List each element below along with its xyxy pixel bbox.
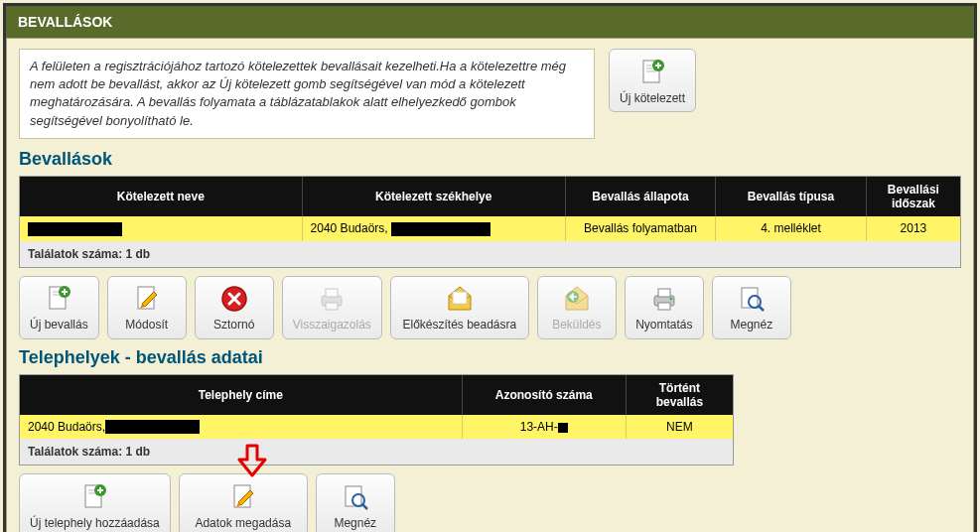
mail-open-icon: [444, 283, 476, 315]
cell-type: 4. melléklet: [716, 216, 867, 241]
cell-id: 13-AH-: [462, 415, 626, 440]
magnifier-icon: [340, 481, 371, 513]
svg-rect-18: [658, 303, 670, 310]
printer-icon: [316, 283, 348, 315]
red-arrow-annotation: [232, 442, 272, 481]
magnifier-icon: [736, 283, 768, 315]
col-period: Bevallási időszak: [866, 177, 960, 216]
intro-text: A felületen a regisztrációjához tartozó …: [19, 49, 595, 139]
prepare-submit-button[interactable]: Előkészítés beadásra: [390, 276, 529, 339]
document-add-icon: [43, 283, 74, 315]
col-name: Kötelezett neve: [20, 177, 302, 216]
new-obligor-button[interactable]: Új kötelezett: [609, 49, 696, 112]
print-button[interactable]: Nyomtatás: [625, 276, 704, 339]
table-row[interactable]: 2040 Budaörs, 13-AH- NEM: [20, 415, 733, 440]
cell-status: Bevallás folyamatban: [565, 216, 716, 241]
svg-rect-14: [453, 292, 467, 304]
cell-address: 2040 Budaörs,: [302, 216, 565, 241]
document-add-icon: [78, 481, 110, 513]
results-count: Találatok száma: 1 db: [20, 241, 960, 267]
mail-send-icon: [561, 283, 593, 315]
printer-icon: [648, 283, 680, 315]
svg-rect-12: [326, 289, 338, 297]
col-status: Bevallás állapota: [565, 177, 716, 216]
view-button[interactable]: Megnéz: [712, 276, 791, 339]
table-row[interactable]: 2040 Budaörs, Bevallás folyamatban 4. me…: [20, 216, 960, 241]
bevallasok-table: Kötelezett neve Kötelezett székhelye Bev…: [20, 177, 960, 267]
col-type: Bevallás típusa: [716, 177, 867, 216]
storno-button[interactable]: Sztornó: [195, 276, 274, 339]
confirmation-button: Visszaigazolás: [282, 276, 382, 339]
section-bevallasok-title: Bevallások: [19, 149, 961, 170]
submit-button: Beküldés: [537, 276, 617, 339]
results-count-2: Találatok száma: 1 db: [20, 439, 733, 465]
view-button-2[interactable]: Megnéz: [316, 473, 395, 532]
svg-rect-17: [658, 289, 670, 297]
document-add-icon: [636, 57, 668, 88]
cancel-icon: [218, 283, 250, 315]
cell-period: 2013: [866, 216, 960, 241]
col-id: Azonosító száma: [462, 375, 626, 415]
enter-data-button[interactable]: Adatok megadása: [179, 473, 308, 532]
col-done: Történt bevallás: [626, 375, 733, 415]
cell-name: [20, 216, 302, 241]
new-obligor-label: Új kötelezett: [620, 91, 685, 105]
svg-rect-13: [326, 303, 338, 310]
cell-site-address: 2040 Budaörs,: [20, 415, 462, 440]
pencil-icon: [227, 481, 259, 513]
new-declaration-button[interactable]: Új bevallás: [19, 276, 99, 339]
col-site-address: Telephely címe: [20, 375, 462, 415]
pencil-icon: [131, 283, 163, 315]
col-address: Kötelezett székhelye: [302, 177, 565, 216]
section-telephelyek-title: Telephelyek - bevallás adatai: [19, 347, 961, 368]
telephelyek-table: Telephely címe Azonosító száma Történt b…: [20, 375, 733, 466]
modify-button[interactable]: Módosít: [107, 276, 187, 339]
cell-done: NEM: [626, 415, 733, 440]
add-site-button[interactable]: Új telephely hozzáadása: [19, 473, 171, 532]
svg-point-19: [669, 298, 672, 301]
page-title: BEVALLÁSOK: [6, 6, 974, 38]
